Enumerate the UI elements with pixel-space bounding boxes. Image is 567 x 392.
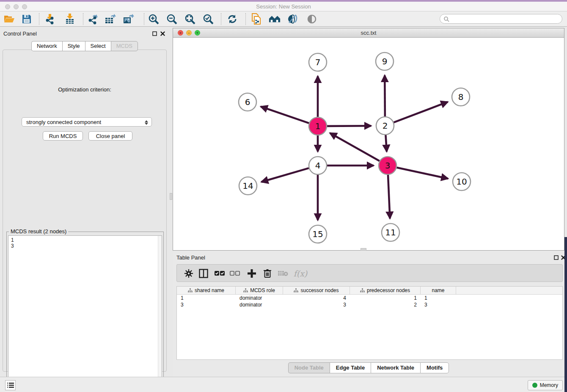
search-field[interactable] [440, 14, 562, 24]
memory-button[interactable]: Memory [528, 380, 563, 390]
tab-motifs[interactable]: Motifs [420, 362, 449, 373]
graph-edge-4-14[interactable] [261, 168, 309, 182]
result-scrollbar[interactable] [158, 236, 162, 391]
function-builder-icon[interactable]: f(x) [292, 268, 309, 279]
table-panel-title: Table Panel [176, 254, 205, 261]
table-body: 1dominator4113dominator323 [177, 295, 562, 308]
refresh-layout-icon[interactable] [226, 14, 238, 25]
session-title: Session: New Session [0, 3, 567, 10]
graph-edge-2-3[interactable] [385, 135, 386, 152]
network-window-titlebar[interactable]: × − + scc.txt [173, 28, 564, 38]
cell-name[interactable]: 1 [421, 295, 456, 301]
save-session-icon[interactable] [21, 14, 33, 25]
float-panel-icon[interactable] [151, 30, 157, 36]
cell-successor-nodes[interactable]: 4 [283, 295, 350, 301]
close-panel-button[interactable]: Close panel [88, 131, 132, 141]
graph-node-2[interactable]: 2 [376, 117, 394, 135]
search-input[interactable] [449, 14, 562, 23]
table-row[interactable]: 1dominator411 [177, 295, 562, 301]
cell-shared-name[interactable]: 3 [177, 301, 236, 308]
duplicate-network-icon[interactable] [250, 14, 262, 25]
cell-predecessor-nodes[interactable]: 1 [350, 295, 421, 301]
tab-edge-table[interactable]: Edge Table [330, 362, 371, 373]
graph-node-4[interactable]: 4 [309, 157, 327, 174]
graph-node-label: 3 [385, 160, 391, 171]
graph-edge-2-8[interactable] [394, 102, 448, 122]
export-table-icon[interactable] [105, 14, 117, 25]
cell-name[interactable]: 3 [421, 301, 456, 308]
run-mcds-button[interactable]: Run MCDS [43, 131, 83, 141]
table-toolbar: f(x) [176, 264, 563, 282]
deselect-all-checkbox-icon[interactable] [228, 268, 241, 279]
add-column-icon[interactable] [245, 268, 258, 279]
cell-MCDS-role[interactable]: dominator [236, 295, 283, 301]
network-overview-icon[interactable] [269, 14, 281, 25]
graph-node-9[interactable]: 9 [376, 52, 394, 70]
open-file-icon[interactable] [3, 14, 15, 25]
delete-column-icon[interactable] [261, 268, 274, 279]
tab-node-table[interactable]: Node Table [288, 362, 330, 373]
tab-mcds[interactable]: MCDS [111, 41, 138, 51]
table-row[interactable]: 3dominator323 [177, 301, 562, 308]
graph-edge-2-9[interactable] [385, 75, 385, 116]
tab-network-table[interactable]: Network Table [371, 362, 420, 373]
close-panel-icon[interactable] [160, 30, 165, 36]
graph-edge-1-2[interactable] [327, 126, 371, 126]
export-image-icon[interactable] [123, 14, 135, 25]
column-header-MCDS-role[interactable]: MCDS role [236, 287, 283, 294]
tab-select[interactable]: Select [85, 41, 111, 51]
cell-MCDS-role[interactable]: dominator [236, 301, 283, 308]
graph-node-label: 7 [315, 57, 321, 67]
cell-shared-name[interactable]: 1 [177, 295, 236, 301]
zoom-fit-icon[interactable] [184, 14, 196, 25]
toggle-graphics-details-icon[interactable] [287, 14, 299, 25]
status-bar: Memory [0, 377, 567, 392]
optimization-criterion-dropdown[interactable]: strongly connected component [22, 117, 152, 127]
cell-predecessor-nodes[interactable]: 2 [350, 301, 421, 308]
toolbar-separator [245, 13, 246, 25]
graph-node-8[interactable]: 8 [452, 88, 470, 106]
tab-style[interactable]: Style [62, 41, 85, 51]
graph-node-1[interactable]: 1 [309, 117, 327, 135]
graph-node-11[interactable]: 11 [382, 224, 399, 241]
application-window: Session: New Session [0, 0, 567, 392]
graph-node-7[interactable]: 7 [309, 53, 327, 71]
graph-edge-3-10[interactable] [396, 168, 448, 179]
graph-node-label: 4 [315, 160, 321, 171]
zoom-selected-icon[interactable] [202, 14, 214, 25]
column-header-predecessor-nodes[interactable]: predecessor nodes [350, 287, 421, 294]
graph-node-label: 9 [382, 56, 388, 66]
graph-node-10[interactable]: 10 [453, 173, 471, 190]
zoom-in-icon[interactable] [148, 14, 160, 25]
horizontal-splitter-handle[interactable] [361, 248, 366, 251]
import-network-icon[interactable] [44, 14, 56, 25]
graph-node-15[interactable]: 15 [309, 225, 327, 243]
gear-icon[interactable] [182, 268, 195, 279]
column-header-shared-name[interactable]: shared name [177, 287, 236, 294]
zoom-out-icon[interactable] [166, 14, 178, 25]
select-all-checkbox-icon[interactable] [213, 268, 226, 279]
column-header-successor-nodes[interactable]: successor nodes [283, 287, 350, 294]
network-canvas[interactable]: 7968124314101511 [173, 38, 564, 250]
graph-node-6[interactable]: 6 [239, 93, 256, 111]
panel-splitter[interactable] [169, 28, 173, 372]
import-table-icon[interactable] [64, 14, 76, 25]
cell-successor-nodes[interactable]: 3 [283, 301, 350, 308]
task-history-button[interactable] [5, 380, 16, 390]
splitter-handle[interactable] [170, 193, 172, 200]
chevron-updown-icon [144, 119, 149, 126]
delete-table-icon[interactable] [277, 268, 289, 279]
mcds-result-textarea[interactable]: 1 3 [8, 235, 162, 391]
hierarchy-icon [243, 288, 248, 293]
float-table-panel-icon[interactable] [553, 254, 559, 260]
split-columns-icon[interactable] [197, 268, 210, 279]
graph-edge-3-1[interactable] [330, 133, 380, 161]
export-network-icon[interactable] [87, 14, 99, 25]
graph-node-14[interactable]: 14 [239, 177, 257, 195]
birds-eye-icon[interactable] [306, 14, 318, 25]
column-header-name[interactable]: name [421, 287, 456, 294]
graph-edge-3-11[interactable] [388, 175, 390, 218]
graph-edge-1-6[interactable] [261, 107, 309, 123]
tab-network[interactable]: Network [31, 41, 62, 51]
graph-node-3[interactable]: 3 [379, 157, 396, 174]
